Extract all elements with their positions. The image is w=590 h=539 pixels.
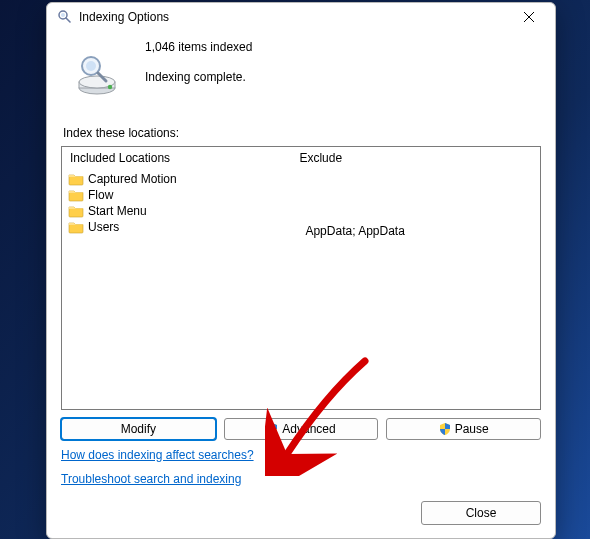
indexed-count-text: 1,046 items indexed	[145, 40, 252, 54]
location-row[interactable]: Users	[68, 219, 285, 235]
status-area: 1,046 items indexed Indexing complete.	[61, 36, 541, 98]
titlebar: Indexing Options	[47, 3, 555, 32]
exclude-value: AppData; AppData	[297, 222, 534, 239]
modify-button-label: Modify	[121, 422, 156, 436]
location-row[interactable]: Captured Motion	[68, 171, 285, 187]
close-button-label: Close	[466, 506, 497, 520]
column-header-exclude: Exclude	[291, 147, 540, 171]
help-link[interactable]: How does indexing affect searches?	[61, 448, 254, 462]
close-button[interactable]: Close	[421, 501, 541, 525]
close-icon	[524, 12, 534, 22]
column-header-included: Included Locations	[62, 147, 291, 171]
exclude-value	[297, 205, 534, 222]
close-window-button[interactable]	[507, 3, 551, 31]
location-name: Captured Motion	[88, 172, 177, 186]
indexing-options-window: Indexing Options	[46, 2, 556, 539]
location-row[interactable]: Flow	[68, 187, 285, 203]
folder-icon	[68, 188, 84, 202]
advanced-button-label: Advanced	[282, 422, 335, 436]
dialog-footer: Close	[47, 496, 555, 538]
shield-icon	[439, 423, 451, 435]
location-name: Users	[88, 220, 119, 234]
window-title: Indexing Options	[79, 10, 169, 24]
shield-icon	[266, 423, 278, 435]
location-name: Start Menu	[88, 204, 147, 218]
svg-line-1	[66, 18, 70, 22]
folder-icon	[68, 220, 84, 234]
location-name: Flow	[88, 188, 113, 202]
indexing-state-text: Indexing complete.	[145, 70, 252, 84]
svg-point-8	[108, 84, 112, 88]
pause-button-label: Pause	[455, 422, 489, 436]
exclude-value	[297, 171, 534, 188]
folder-icon	[68, 172, 84, 186]
troubleshoot-link[interactable]: Troubleshoot search and indexing	[61, 472, 241, 486]
search-options-icon	[57, 9, 73, 25]
modify-button[interactable]: Modify	[61, 418, 216, 440]
magnifier-drive-icon	[73, 50, 121, 98]
svg-point-10	[86, 61, 96, 71]
locations-label: Index these locations:	[63, 126, 541, 140]
location-row[interactable]: Start Menu	[68, 203, 285, 219]
folder-icon	[68, 204, 84, 218]
svg-point-2	[61, 13, 65, 17]
exclude-value	[297, 188, 534, 205]
advanced-button[interactable]: Advanced	[224, 418, 379, 440]
pause-button[interactable]: Pause	[386, 418, 541, 440]
locations-list[interactable]: Included Locations Captured MotionFlowSt…	[61, 146, 541, 410]
